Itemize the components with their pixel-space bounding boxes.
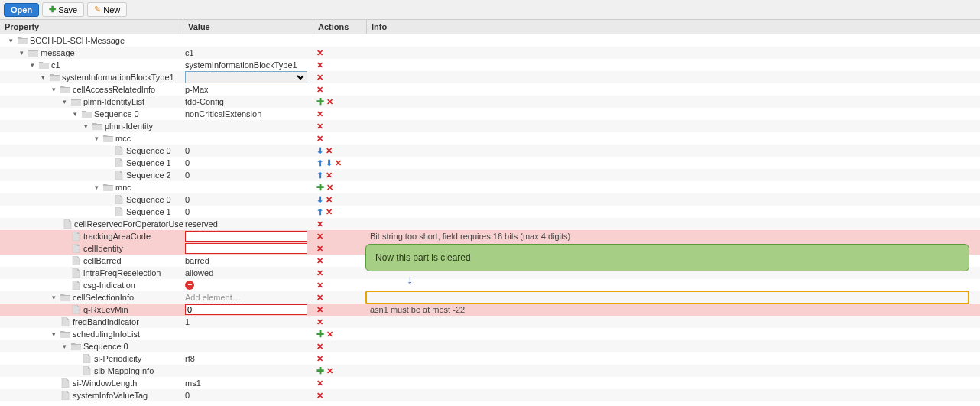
delete-icon[interactable]: ✕	[316, 219, 323, 229]
tree-row[interactable]: sib-MappingInfo✚✕	[0, 365, 980, 377]
tree-row[interactable]: ▾plmn-Identity✕	[0, 120, 980, 132]
expand-toggle[interactable]: ▾	[60, 343, 68, 350]
open-button[interactable]: Open	[4, 3, 39, 17]
annotation-callout: Now this part is cleared	[365, 244, 969, 271]
tree-row[interactable]: si-Periodicityrf8✕	[0, 352, 980, 365]
value-select[interactable]	[185, 71, 307, 83]
add-icon[interactable]: ✚	[316, 96, 324, 107]
delete-icon[interactable]: ✕	[326, 146, 333, 156]
add-icon[interactable]: ✚	[316, 365, 324, 376]
move-down-icon[interactable]: ⬇	[316, 146, 323, 156]
delete-icon[interactable]: ✕	[316, 281, 323, 291]
tree-row[interactable]: trackingAreaCode✕Bit string too short, f…	[0, 230, 980, 242]
tree-row[interactable]: Sequence 00⬇✕	[0, 193, 980, 206]
delete-icon[interactable]: ✕	[326, 171, 333, 180]
actions-cell: ✕	[313, 281, 367, 291]
tree-row[interactable]: Sequence 10⬆✕	[0, 206, 980, 218]
delete-icon[interactable]: ✕	[316, 391, 323, 401]
expand-toggle[interactable]: ▾	[18, 49, 25, 57]
property-cell: Sequence 1	[0, 207, 183, 216]
value-text: nonCriticalExtension	[185, 109, 261, 119]
actions-cell: ✕	[313, 219, 367, 229]
delete-icon[interactable]: ✕	[316, 134, 323, 144]
delete-icon[interactable]: ✕	[316, 354, 323, 364]
tree-row[interactable]: Sequence 20⬆✕	[0, 169, 980, 181]
delete-icon[interactable]: ✕	[335, 158, 342, 168]
tree-row[interactable]: ▾schedulingInfoList✚✕	[0, 328, 980, 340]
delete-icon[interactable]: ✕	[326, 183, 333, 193]
delete-icon[interactable]: ✕	[316, 48, 323, 58]
delete-icon[interactable]: ✕	[316, 378, 323, 388]
leaf-icon	[113, 146, 124, 155]
folder-icon	[70, 97, 81, 106]
property-cell: Sequence 0	[0, 146, 183, 155]
tree-row[interactable]: ▾BCCH-DL-SCH-Message	[0, 34, 980, 47]
expand-toggle[interactable]: ▾	[28, 61, 36, 69]
delete-icon[interactable]: ✕	[316, 109, 323, 119]
delete-icon[interactable]: ✕	[326, 97, 333, 107]
expand-toggle[interactable]: ▾	[71, 110, 79, 118]
tree-row[interactable]: ▾plmn-IdentityListtdd-Config✚✕	[0, 96, 980, 108]
expand-toggle[interactable]: ▾	[39, 73, 47, 81]
tree-row[interactable]: q-RxLevMin✕asn1 must be at most -22	[0, 304, 980, 316]
value-input[interactable]	[185, 304, 307, 315]
tree-row[interactable]: Sequence 10⬆⬇✕	[0, 157, 980, 169]
delete-icon[interactable]: ✕	[326, 366, 333, 376]
delete-icon[interactable]: ✕	[316, 122, 323, 132]
tree-row[interactable]: ▾systemInformationBlockType1✕	[0, 71, 980, 83]
tree-row[interactable]: cellReservedForOperatorUsereserved✕	[0, 218, 980, 230]
expand-toggle[interactable]: ▾	[7, 37, 15, 44]
tree-row[interactable]: ▾mnc✚✕	[0, 181, 980, 193]
tree-row[interactable]: csg-Indication━✕	[0, 279, 980, 291]
tree-row[interactable]: freqBandIndicator1✕	[0, 316, 980, 328]
delete-icon[interactable]: ✕	[316, 342, 323, 352]
expand-toggle[interactable]: ▾	[50, 86, 57, 93]
delete-icon[interactable]: ✕	[316, 244, 323, 254]
property-label: cellIdentity	[83, 244, 123, 253]
tree-row[interactable]: si-WindowLengthms1✕	[0, 377, 980, 389]
expand-toggle[interactable]: ▾	[50, 294, 57, 301]
delete-icon[interactable]: ✕	[316, 232, 323, 242]
tree-row[interactable]: Sequence 00⬇✕	[0, 145, 980, 157]
add-icon[interactable]: ✚	[316, 182, 324, 193]
value-input[interactable]	[185, 243, 307, 254]
move-up-icon[interactable]: ⬆	[316, 158, 323, 168]
tree-row[interactable]: ▾Sequence 0nonCriticalExtension✕	[0, 108, 980, 120]
actions-cell: ✕	[313, 317, 367, 327]
save-button[interactable]: ✚ Save	[42, 2, 84, 17]
delete-icon[interactable]: ✕	[316, 60, 323, 70]
save-label: Save	[58, 5, 77, 15]
delete-icon[interactable]: ✕	[316, 317, 323, 327]
delete-icon[interactable]: ✕	[316, 305, 323, 315]
property-cell: cellReservedForOperatorUse	[0, 219, 183, 229]
tree-row[interactable]: ▾cellAccessRelatedInfop-Max✕	[0, 83, 980, 96]
delete-icon[interactable]: ✕	[316, 256, 323, 266]
actions-cell: ⬆✕	[313, 171, 367, 180]
property-label: schedulingInfoList	[73, 330, 140, 339]
tree-row[interactable]: ▾c1systemInformationBlockType1✕	[0, 59, 980, 71]
new-button[interactable]: ✎ New	[87, 2, 127, 17]
expand-toggle[interactable]: ▾	[92, 135, 100, 142]
delete-icon[interactable]: ✕	[316, 268, 323, 278]
add-icon[interactable]: ✚	[316, 329, 324, 339]
tree-row[interactable]: ▾Sequence 0✕	[0, 340, 980, 352]
move-up-icon[interactable]: ⬆	[316, 207, 323, 217]
tree-row[interactable]: ▾messagec1✕	[0, 47, 980, 59]
expand-toggle[interactable]: ▾	[82, 122, 89, 130]
delete-icon[interactable]: ✕	[326, 330, 333, 339]
property-cell: ▾Sequence 0	[0, 342, 183, 351]
tree-row[interactable]: systemInfoValueTag0✕	[0, 389, 980, 401]
expand-toggle[interactable]: ▾	[92, 184, 100, 191]
move-down-icon[interactable]: ⬇	[316, 195, 323, 205]
expand-toggle[interactable]: ▾	[60, 98, 68, 106]
value-input[interactable]	[185, 231, 307, 242]
delete-icon[interactable]: ✕	[316, 293, 323, 303]
move-up-icon[interactable]: ⬆	[316, 171, 323, 180]
tree-row[interactable]: ▾mcc✕	[0, 132, 980, 145]
delete-icon[interactable]: ✕	[326, 195, 333, 205]
delete-icon[interactable]: ✕	[316, 73, 323, 83]
delete-icon[interactable]: ✕	[326, 207, 333, 217]
expand-toggle[interactable]: ▾	[50, 330, 57, 338]
delete-icon[interactable]: ✕	[316, 85, 323, 95]
move-down-icon[interactable]: ⬇	[326, 158, 333, 168]
